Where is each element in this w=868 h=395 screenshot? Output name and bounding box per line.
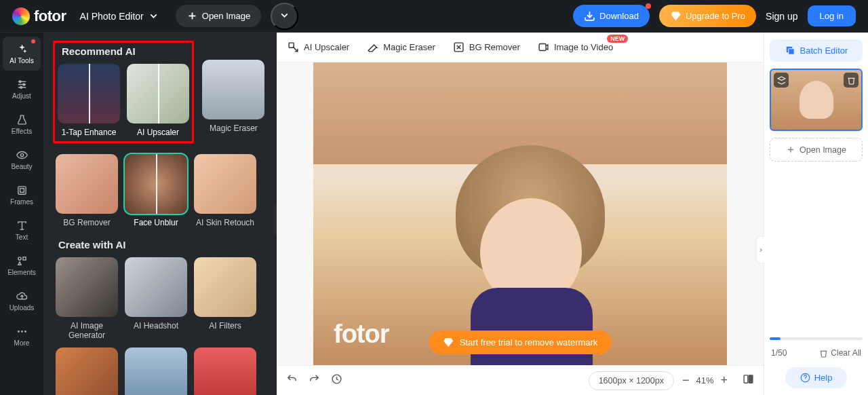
card-label: AI Skin Retouch xyxy=(196,218,254,227)
redo-button[interactable] xyxy=(309,373,320,388)
help-button[interactable]: Help xyxy=(785,367,848,388)
card-label: AI Headshot xyxy=(134,321,178,331)
card-label: 1-Tap Enhance xyxy=(62,128,117,137)
remove-watermark-cta[interactable]: Start free trial to remove watermark xyxy=(429,331,612,354)
zoom-value: 41% xyxy=(696,375,713,385)
thumb-extra-1 xyxy=(56,347,118,395)
rail-label: Text xyxy=(16,233,28,241)
help-label: Help xyxy=(814,373,833,383)
rail-label: Uploads xyxy=(9,304,35,312)
history-icon xyxy=(331,373,342,385)
card-ai-upscaler[interactable]: AI Upscaler xyxy=(127,64,189,137)
thumbnail-content xyxy=(800,81,833,119)
rail-label: Elements xyxy=(7,269,36,276)
card-label: AI Filters xyxy=(209,321,241,331)
thumbnail-scrollbar[interactable] xyxy=(770,337,863,340)
card-ai-skin-retouch[interactable]: AI Skin Retouch xyxy=(194,154,256,227)
section-title-recommend: Recommend AI xyxy=(58,45,189,64)
brand-text: fotor xyxy=(34,7,66,25)
rail-frames[interactable]: Frames xyxy=(3,178,41,212)
tool-label: Image to Video xyxy=(554,42,613,52)
delete-thumbnail-button[interactable] xyxy=(844,73,859,88)
clear-all-button[interactable]: Clear All xyxy=(819,348,861,358)
tool-ai-upscaler[interactable]: AI Upscaler xyxy=(288,41,349,53)
compare-icon xyxy=(743,373,754,385)
chevron-right-icon xyxy=(757,244,764,256)
card-extra-2[interactable] xyxy=(125,347,187,395)
rail-label: More xyxy=(14,339,30,347)
thumb-ai-filters xyxy=(194,257,256,317)
download-button[interactable]: Download xyxy=(573,5,650,27)
right-panel-collapse[interactable] xyxy=(756,236,764,263)
svg-point-6 xyxy=(19,80,21,82)
rail-effects[interactable]: Effects xyxy=(3,107,41,141)
editor-mode-dropdown[interactable]: AI Photo Editor xyxy=(80,10,159,22)
card-ai-filters[interactable]: AI Filters xyxy=(194,257,256,341)
upgrade-button[interactable]: Upgrade to Pro xyxy=(659,5,756,27)
rail-ai-tools[interactable]: AI Tools xyxy=(3,37,41,71)
canvas-dimensions[interactable]: 1600px × 1200px xyxy=(589,371,674,390)
batch-editor-button[interactable]: Batch Editor xyxy=(770,39,863,62)
open-image-tile[interactable]: Open Image xyxy=(770,138,863,162)
notification-dot xyxy=(31,39,35,43)
rail-text[interactable]: Text xyxy=(3,213,41,247)
compare-button[interactable] xyxy=(743,373,754,388)
rail-elements[interactable]: Elements xyxy=(3,248,41,282)
help-icon xyxy=(800,372,810,383)
trash-icon xyxy=(847,76,856,85)
card-magic-eraser[interactable]: Magic Eraser xyxy=(202,60,264,133)
zoom-out-button[interactable]: − xyxy=(682,373,690,388)
history-button[interactable] xyxy=(331,373,342,388)
card-label: Magic Eraser xyxy=(210,124,258,133)
tool-magic-eraser[interactable]: Magic Eraser xyxy=(367,41,435,53)
diamond-icon xyxy=(670,10,682,22)
rail-adjust[interactable]: Adjust xyxy=(3,72,41,106)
rail-label: Frames xyxy=(10,198,33,206)
card-face-unblur[interactable]: Face Unblur xyxy=(125,154,187,227)
signup-link[interactable]: Sign up xyxy=(766,11,797,22)
open-image-dropdown[interactable] xyxy=(271,3,298,30)
card-ai-image-generator[interactable]: AI Image Generator xyxy=(56,257,118,341)
undo-button[interactable] xyxy=(286,373,298,388)
thumb-ai-skin-retouch xyxy=(194,154,256,214)
brand-logo[interactable]: fotor xyxy=(12,7,66,25)
open-image-label: Open Image xyxy=(202,11,251,21)
diamond-icon xyxy=(443,337,454,348)
canvas-viewport[interactable]: fotor Start free trial to remove waterma… xyxy=(277,62,764,365)
card-1tap-enhance[interactable]: 1-Tap Enhance xyxy=(58,64,120,137)
tool-label: AI Upscaler xyxy=(304,42,349,52)
card-extra-3[interactable] xyxy=(194,347,256,395)
image-thumbnail[interactable] xyxy=(770,69,863,131)
svg-rect-25 xyxy=(749,375,753,383)
rail-label: AI Tools xyxy=(9,57,33,64)
layers-button[interactable] xyxy=(774,73,789,88)
thumb-extra-2 xyxy=(125,347,187,395)
svg-point-14 xyxy=(18,257,20,259)
card-extra-1[interactable] xyxy=(56,347,118,395)
zoom-in-button[interactable]: + xyxy=(720,373,728,388)
canvas-bottom-bar: 1600px × 1200px − 41% + xyxy=(277,365,764,395)
open-image-button[interactable]: Open Image xyxy=(176,5,262,27)
recommend-highlight: Recommend AI 1-Tap Enhance AI Upscaler xyxy=(53,41,194,143)
rail-beauty[interactable]: Beauty xyxy=(3,143,41,176)
rail-uploads[interactable]: Uploads xyxy=(3,284,41,318)
image-count: 1/50 xyxy=(771,348,787,358)
stack-icon xyxy=(785,45,796,56)
svg-point-17 xyxy=(18,331,20,333)
card-bg-remover[interactable]: BG Remover xyxy=(56,154,118,227)
rail-more[interactable]: More xyxy=(3,319,41,353)
main-photo[interactable]: fotor Start free trial to remove waterma… xyxy=(313,62,727,365)
svg-point-18 xyxy=(21,331,23,333)
thumb-1tap-enhance xyxy=(58,64,120,124)
svg-point-9 xyxy=(20,153,23,156)
redo-icon xyxy=(309,373,320,385)
download-icon xyxy=(584,10,595,22)
frame-icon xyxy=(16,185,28,196)
open-image-label: Open Image xyxy=(800,145,846,155)
undo-icon xyxy=(286,373,298,385)
watermark: fotor xyxy=(334,320,389,349)
card-ai-headshot[interactable]: AI Headshot xyxy=(125,257,187,341)
login-button[interactable]: Log in xyxy=(808,5,856,26)
tool-bg-remover[interactable]: BG Remover xyxy=(453,41,520,53)
tool-image-to-video[interactable]: Image to Video NEW xyxy=(538,41,613,53)
